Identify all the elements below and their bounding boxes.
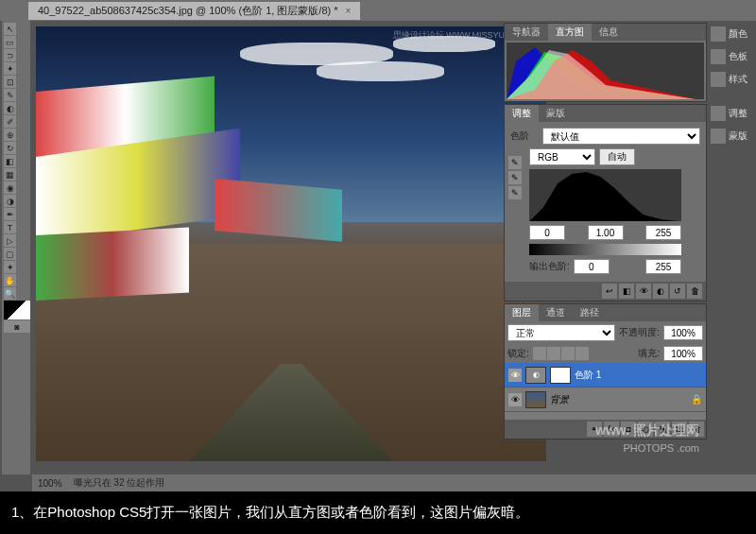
type-tool-icon[interactable]: T (4, 221, 16, 233)
cloud-shape (317, 61, 444, 81)
previous-icon[interactable]: ◐ (653, 284, 668, 299)
lock-label: 锁定: (507, 347, 529, 360)
3d-tool-icon[interactable]: ✦ (4, 261, 16, 273)
layer-item[interactable]: 👁 背景 🔒 (505, 388, 706, 412)
fill-input[interactable] (663, 346, 703, 361)
preset-select[interactable]: 默认值 (542, 128, 700, 145)
output-gradient[interactable] (529, 244, 681, 255)
return-icon[interactable]: ↩ (602, 284, 617, 299)
layer-item[interactable]: 👁 ◐ 色阶 1 (505, 363, 706, 388)
fill-label: 填充: (638, 347, 660, 360)
zoom-level[interactable]: 100% (38, 478, 62, 489)
channel-select[interactable]: RGB (529, 148, 595, 165)
blend-mode-select[interactable]: 正常 (507, 324, 615, 341)
adjustment-footer-icons: ↩ ◧ 👁 ◐ ↺ 🗑 (505, 282, 706, 301)
blur-tool-icon[interactable]: ◉ (4, 181, 16, 194)
document-tab[interactable]: 40_97522_ab508637425c354.jpg @ 100% (色阶 … (28, 2, 360, 20)
zoom-tool-icon[interactable]: 🔍 (4, 287, 16, 300)
image-canvas[interactable]: 思缘设计论坛 WWW.MISSYUAN.COM (36, 26, 546, 461)
styles-panel-toggle[interactable]: 样式 (709, 70, 754, 89)
layer-thumb[interactable] (525, 391, 546, 408)
white-eyedropper-icon[interactable]: ✎ (508, 186, 522, 199)
visibility-icon[interactable]: 👁 (636, 284, 651, 299)
visibility-toggle-icon[interactable]: 👁 (508, 369, 522, 382)
layer-name: 背景 (550, 393, 569, 406)
tab-masks[interactable]: 蒙版 (539, 105, 573, 122)
adjustment-thumb-icon[interactable]: ◐ (525, 367, 546, 384)
input-white-field[interactable] (645, 225, 681, 240)
tab-info[interactable]: 信息 (592, 24, 626, 41)
reset-icon[interactable]: ↺ (670, 284, 685, 299)
masks-panel-toggle[interactable]: 蒙版 (709, 127, 754, 146)
fg-bg-color-icon[interactable] (4, 301, 30, 319)
opacity-input[interactable] (663, 325, 703, 340)
marquee-tool-icon[interactable]: ▭ (4, 36, 16, 48)
adjustments-panel-toggle[interactable]: 调整 (709, 104, 754, 123)
tab-paths[interactable]: 路径 (573, 304, 607, 321)
hand-tool-icon[interactable]: ✋ (4, 274, 16, 286)
tab-layers[interactable]: 图层 (505, 304, 539, 321)
eyedropper-tool-icon[interactable]: ✎ (4, 89, 16, 101)
history-brush-icon[interactable]: ↻ (4, 142, 16, 154)
black-eyedropper-icon[interactable]: ✎ (508, 156, 522, 169)
gray-eyedropper-icon[interactable]: ✎ (508, 171, 522, 184)
output-black-field[interactable] (574, 259, 610, 274)
swatches-panel-toggle[interactable]: 色板 (709, 47, 754, 66)
pen-tool-icon[interactable]: ✒ (4, 208, 16, 220)
brush-tool-icon[interactable]: ✐ (4, 115, 16, 128)
caption-text: 1、在Photoshop CS5打开一张图片，我们从直方图或者色阶看到，这图片偏… (11, 504, 529, 522)
adjustments-icon (711, 106, 726, 121)
watermark-logo: www. 照片处理网 (595, 422, 699, 439)
output-label: 输出色阶: (529, 260, 570, 273)
eraser-tool-icon[interactable]: ◧ (4, 155, 16, 167)
status-info: 曝光只在 32 位起作用 (74, 476, 165, 490)
dodge-tool-icon[interactable]: ◑ (4, 195, 16, 207)
eyedropper-group: ✎ ✎ ✎ (508, 156, 522, 199)
lock-position-icon[interactable] (561, 347, 575, 360)
healing-tool-icon[interactable]: ◐ (4, 102, 16, 114)
lock-transparency-icon[interactable] (533, 347, 546, 360)
output-white-field[interactable] (645, 259, 681, 274)
panel-stack: 导航器 直方图 信息 调整 蒙版 色阶 (504, 23, 707, 439)
input-levels-row (529, 225, 681, 240)
color-icon (711, 26, 726, 42)
tutorial-caption: 1、在Photoshop CS5打开一张图片，我们从直方图或者色阶看到，这图片偏… (0, 491, 756, 534)
layer-controls-row2: 锁定: 填充: (505, 344, 706, 363)
layer-name: 色阶 1 (575, 369, 601, 382)
styles-icon (711, 72, 726, 87)
output-levels-row: 输出色阶: (529, 259, 681, 274)
delete-icon[interactable]: 🗑 (687, 284, 702, 299)
adjustment-type-label: 色阶 (510, 129, 539, 143)
shape-tool-icon[interactable]: ▢ (4, 248, 16, 260)
lock-all-icon[interactable] (576, 347, 589, 360)
histogram-tabs: 导航器 直方图 信息 (505, 24, 706, 41)
layer-controls-row1: 正常 不透明度: (505, 321, 706, 344)
image-road-region (189, 364, 393, 462)
tab-histogram[interactable]: 直方图 (548, 24, 592, 41)
masks-icon (711, 129, 726, 144)
close-icon[interactable]: × (346, 6, 352, 16)
histogram-panel: 导航器 直方图 信息 (504, 23, 707, 102)
lasso-tool-icon[interactable]: ⊃ (4, 49, 16, 61)
wand-tool-icon[interactable]: ✦ (4, 62, 16, 75)
move-tool-icon[interactable]: ↖ (4, 23, 16, 35)
swatches-icon (711, 49, 726, 64)
status-bar: 100% 曝光只在 32 位起作用 (32, 474, 756, 491)
layer-mask-thumb[interactable] (550, 367, 571, 384)
path-tool-icon[interactable]: ▷ (4, 234, 16, 247)
tab-adjustments[interactable]: 调整 (505, 105, 539, 122)
auto-button[interactable]: 自动 (599, 148, 635, 165)
lock-pixels-icon[interactable] (547, 347, 560, 360)
tab-channels[interactable]: 通道 (539, 304, 573, 321)
tab-navigator[interactable]: 导航器 (505, 24, 548, 41)
quickmask-icon[interactable]: ◙ (4, 320, 30, 333)
visibility-toggle-icon[interactable]: 👁 (508, 393, 522, 406)
histogram-display (507, 43, 704, 99)
input-mid-field[interactable] (588, 225, 624, 240)
crop-tool-icon[interactable]: ⊡ (4, 76, 16, 88)
gradient-tool-icon[interactable]: ▦ (4, 168, 16, 181)
input-black-field[interactable] (529, 225, 565, 240)
clip-icon[interactable]: ◧ (619, 284, 634, 299)
color-panel-toggle[interactable]: 颜色 (709, 25, 754, 43)
stamp-tool-icon[interactable]: ⊕ (4, 129, 16, 141)
